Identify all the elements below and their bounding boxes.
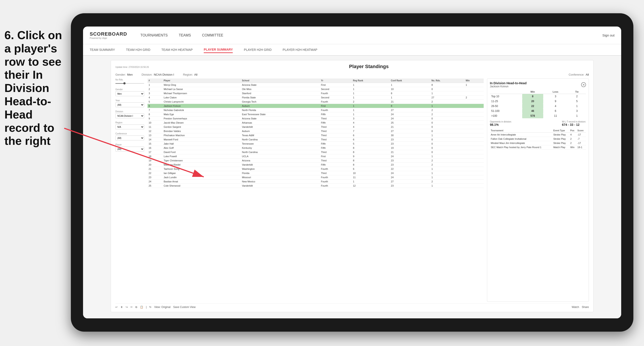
cell-rds: 0 — [430, 146, 464, 150]
pause-button[interactable]: ⏸ — [120, 306, 123, 309]
cell-rds: 1 — [430, 171, 464, 175]
table-row[interactable]: 8 Mats Ege East Tennessee State Fifth 1 … — [148, 112, 484, 117]
view-original-button[interactable]: View: Original — [154, 306, 170, 309]
redo-button[interactable]: ↪ — [126, 306, 128, 309]
division-select[interactable]: NCAA Division I — [116, 113, 144, 118]
undo-button[interactable]: ↩ — [116, 306, 118, 309]
table-row[interactable]: 23 Jack Lundin Missouri Fourth 11 24 1 — [148, 175, 484, 179]
filter-region-section: Region N/A — [116, 121, 144, 129]
cell-player: Jake Hall — [162, 142, 241, 146]
cell-conf: 24 — [390, 117, 430, 121]
cell-school: North Carolina — [241, 138, 320, 142]
cell-yr: Third — [320, 117, 352, 121]
h2h-range: 51-100 — [490, 109, 522, 113]
cell-reg: 3 — [352, 117, 390, 121]
table-row[interactable]: 21 Taehoon Song Washington Fourth 6 22 1 — [148, 167, 484, 171]
cell-rds: 8 — [430, 83, 464, 87]
cell-reg: 1 — [352, 96, 390, 100]
nav-committee[interactable]: COMMITTEE — [202, 32, 223, 38]
cell-reg: 1 — [352, 83, 390, 87]
table-row[interactable]: 10 Jacob Mac Diesen Arkansas Fifth 4 25 … — [148, 121, 484, 125]
sign-out-button[interactable]: Sign out — [602, 33, 614, 37]
player-select[interactable]: (All) — [116, 147, 144, 152]
cell-win — [464, 179, 484, 184]
h2h-tie: 5 — [568, 99, 586, 104]
table-row[interactable]: 20 Matthew Riedel Vanderbilt Fifth 8 23 … — [148, 163, 484, 167]
cell-yr: Fifth — [320, 163, 352, 167]
table-row[interactable]: 13 Phichaksn Maichon Texas A&M Third 6 3… — [148, 133, 484, 138]
cell-win: 1 — [464, 83, 484, 87]
t-pos: 2 — [569, 137, 576, 141]
table-row[interactable]: 9 Preston Summerhays Arizona State Third… — [148, 117, 484, 121]
conference-select[interactable]: (All) — [116, 136, 144, 140]
tab-player-h2h-grid[interactable]: PLAYER H2H GRID — [244, 47, 272, 53]
h2h-close-button[interactable]: ✕ — [581, 82, 586, 87]
watch-button[interactable]: Watch — [572, 306, 579, 309]
filter-no-rds: No Rds. — [116, 78, 144, 85]
table-row[interactable]: 4 Luke Claton Florida State Second 1 1 2… — [148, 96, 484, 100]
cell-player: David Ford — [162, 150, 241, 154]
table-row[interactable]: 2 Michael La Sasse Ole Miss Second 1 10 … — [148, 87, 484, 91]
nav-links: TOURNAMENTS TEAMS COMMITTEE — [140, 32, 602, 38]
refresh-button[interactable]: ↻ — [149, 306, 152, 309]
cell-player: Tiger Christensen — [162, 159, 241, 163]
cell-school: UCLA — [241, 154, 320, 159]
cell-rank: 24 — [148, 179, 162, 184]
tournament-table: Tournament Event Type Pos Score Amer Ari… — [490, 129, 586, 150]
cell-win — [464, 138, 484, 142]
region-select[interactable]: N/A — [116, 125, 144, 129]
table-row[interactable]: 5 Christo Lamprecht Georgia Tech Fourth … — [148, 100, 484, 104]
cell-conf: 22 — [390, 167, 430, 171]
year-select[interactable]: (All) — [116, 102, 144, 107]
table-row[interactable]: 7 Nicholas Gabrelcik North Florida Fourt… — [148, 108, 484, 112]
copy-button[interactable]: ⧉ — [135, 306, 137, 309]
no-rds-slider[interactable] — [116, 82, 144, 85]
no-rds-label: No Rds. — [116, 78, 144, 81]
cell-conf: 8 — [390, 104, 430, 108]
cell-yr: Second — [320, 96, 352, 100]
cell-rank: 8 — [148, 112, 162, 117]
cell-school: North Carolina — [241, 150, 320, 154]
h2h-tie: 1 — [568, 113, 586, 118]
cell-player: Luke Powell — [162, 154, 241, 159]
table-row[interactable]: 3 Michael Thorbjornsen Stanford Fourth 1… — [148, 91, 484, 96]
cell-reg: 6 — [352, 167, 390, 171]
nav-teams[interactable]: TEAMS — [179, 32, 191, 38]
col-conf-rank: Conf Rank — [390, 78, 430, 83]
table-row[interactable]: 22 Ian Gilligan Florida Third 10 24 1 — [148, 171, 484, 175]
tab-team-h2h-heatmap[interactable]: TEAM H2H HEATMAP — [162, 47, 193, 53]
share-button[interactable]: Share — [582, 306, 589, 309]
table-row[interactable]: 12 Brendan Valdes Auburn Third 7 27 0 — [148, 129, 484, 133]
h2h-win: 22 — [522, 104, 543, 109]
h2h-player-name: Jackson Koivun — [490, 85, 527, 88]
tab-player-summary[interactable]: PLAYER SUMMARY — [204, 47, 233, 53]
cell-reg: 8 — [352, 159, 390, 163]
cell-player: Michael Thorbjornsen — [162, 91, 241, 96]
cell-reg: 2 — [352, 100, 390, 104]
paste-button[interactable]: 📋 — [140, 306, 143, 309]
h2h-table-row: 51-100 46 6 3 — [490, 109, 586, 113]
table-row[interactable]: 11 Gordon Sargent Vanderbilt Third 4 21 … — [148, 125, 484, 129]
table-row[interactable]: 18 Luke Powell UCLA First 9 24 1 — [148, 154, 484, 159]
table-row[interactable]: 25 Cole Sherwood Vanderbilt Fourth 12 23… — [148, 184, 484, 188]
table-row[interactable]: 6 Jackson Koivun Auburn First 1 8 1 — [148, 104, 484, 108]
table-row[interactable]: 14 Maxwell Ford North Carolina Third 6 2… — [148, 138, 484, 142]
filter-year-section: Year (All) — [116, 99, 144, 107]
cut-button[interactable]: ✂ — [130, 306, 133, 309]
tab-player-h2h-heatmap[interactable]: PLAYER H2H HEATMAP — [282, 47, 317, 53]
table-row[interactable]: 1 Wenyi Ding Arizona State First 1 1 8 1 — [148, 83, 484, 87]
cell-yr: Fourth — [320, 108, 352, 112]
table-row[interactable]: 19 Tiger Christensen Arizona Third 8 23 … — [148, 159, 484, 163]
tab-team-h2h-grid[interactable]: TEAM H2H GRID — [126, 47, 150, 53]
cell-rds: 0 — [430, 129, 464, 133]
table-row[interactable]: 16 Alex Goff Kentucky Fifth 8 19 0 — [148, 146, 484, 150]
h2h-tie: 1 — [568, 104, 586, 109]
table-row[interactable]: 15 Jake Hall Tennessee Fifth 5 23 0 — [148, 142, 484, 146]
table-row[interactable]: 24 Bastian Amat New Mexico Fourth 1 27 2 — [148, 179, 484, 184]
table-row[interactable]: 17 David Ford North Carolina Third 8 21 … — [148, 150, 484, 154]
tab-team-summary[interactable]: TEAM SUMMARY — [90, 47, 115, 53]
gender-select[interactable]: Men — [116, 91, 144, 96]
save-custom-button[interactable]: Save Custom View — [173, 306, 196, 309]
cell-rds: 0 — [430, 142, 464, 146]
nav-tournaments[interactable]: TOURNAMENTS — [140, 32, 168, 38]
